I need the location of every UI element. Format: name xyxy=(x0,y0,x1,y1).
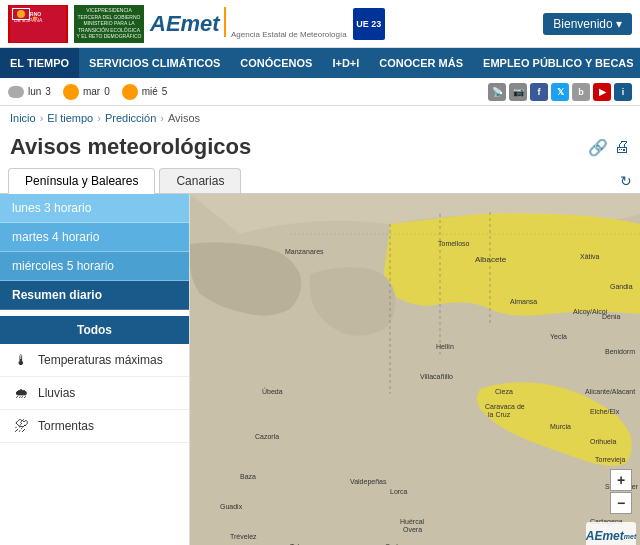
blog-icon[interactable]: b xyxy=(572,83,590,101)
sun-icon-2 xyxy=(122,84,138,100)
svg-text:Caravaca de: Caravaca de xyxy=(485,403,525,410)
breadcrumb-inicio[interactable]: Inicio xyxy=(10,112,36,124)
nav-servicios-climaticos[interactable]: SERVICIOS CLIMÁTICOS xyxy=(79,48,230,78)
svg-text:Alicante/Alacant: Alicante/Alacant xyxy=(585,388,635,395)
aemet-logo: AEmet Agencia Estatal de Meteorología xyxy=(150,7,347,40)
navbar: EL TIEMPO SERVICIOS CLIMÁTICOS CONÓCENOS… xyxy=(0,48,640,78)
map-controls: + − xyxy=(610,469,632,514)
svg-text:Overa: Overa xyxy=(403,526,422,533)
storm-icon: ⛈ xyxy=(12,417,30,435)
zoom-in-button[interactable]: + xyxy=(610,469,632,491)
page-title: Avisos meteorológicos xyxy=(10,134,251,160)
nav-conocenos[interactable]: CONÓCENOS xyxy=(230,48,322,78)
watermark-sub: met xyxy=(624,533,636,540)
svg-text:Úbeda: Úbeda xyxy=(262,387,283,395)
svg-text:Valdepeñas: Valdepeñas xyxy=(350,478,387,486)
twitter-icon[interactable]: 𝕏 xyxy=(551,83,569,101)
svg-text:Baza: Baza xyxy=(240,473,256,480)
weather-day-lun: lun 3 xyxy=(8,86,51,98)
sidebar-filter-lluvias[interactable]: 🌧 Lluvias xyxy=(0,377,189,410)
nav-idi[interactable]: I+D+I xyxy=(322,48,369,78)
cloud-icon xyxy=(8,86,24,98)
svg-text:Torrevieja: Torrevieja xyxy=(595,456,625,464)
svg-text:Albacete: Albacete xyxy=(475,255,507,264)
svg-text:Benidorm: Benidorm xyxy=(605,348,635,355)
tab-canarias[interactable]: Canarias xyxy=(159,168,241,193)
svg-text:Elche/Elx: Elche/Elx xyxy=(590,408,620,415)
sidebar-filter-all[interactable]: Todos xyxy=(0,316,189,344)
filter-tormentas-label: Tormentas xyxy=(38,419,94,433)
info-icon[interactable]: i xyxy=(614,83,632,101)
svg-point-6 xyxy=(17,10,25,18)
day-lun-label: lun xyxy=(28,86,41,97)
breadcrumb-el-tiempo[interactable]: El tiempo xyxy=(47,112,93,124)
breadcrumb: Inicio › El tiempo › Predicción › Avisos xyxy=(0,106,640,130)
sidebar-lunes[interactable]: lunes 3 horario xyxy=(0,194,189,223)
svg-text:Tomelloso: Tomelloso xyxy=(438,240,470,247)
day-mar-label: mar xyxy=(83,86,100,97)
thermometer-icon: 🌡 xyxy=(12,351,30,369)
weather-day-mie: mié 5 xyxy=(122,84,168,100)
facebook-icon[interactable]: f xyxy=(530,83,548,101)
svg-text:Yecla: Yecla xyxy=(550,333,567,340)
svg-text:Orihuela: Orihuela xyxy=(590,438,617,445)
svg-text:Alcoy/Alcoi: Alcoy/Alcoi xyxy=(573,308,608,316)
camera-icon[interactable]: 📷 xyxy=(509,83,527,101)
svg-text:Cazorla: Cazorla xyxy=(255,433,279,440)
aemet-subtitle: Agencia Estatal de Meteorología xyxy=(231,30,347,39)
svg-text:Xàtiva: Xàtiva xyxy=(580,253,600,260)
zoom-out-button[interactable]: − xyxy=(610,492,632,514)
tab-peninsula[interactable]: Península y Baleares xyxy=(8,168,155,194)
refresh-icon[interactable]: ↻ xyxy=(620,173,632,189)
weather-day-mar: mar 0 xyxy=(63,84,110,100)
ue-logo: UE 23 xyxy=(353,8,385,40)
watermark-text: AEmet xyxy=(586,529,624,543)
filter-lluvias-label: Lluvias xyxy=(38,386,75,400)
breadcrumb-current: Avisos xyxy=(168,112,200,124)
map-svg: Albacete Manzanares Tomelloso Xàtiva Gan… xyxy=(190,194,640,545)
day-lun-temp: 3 xyxy=(45,86,51,97)
social-icons: 📡 📷 f 𝕏 b ▶ i xyxy=(488,83,632,101)
svg-text:la Cruz: la Cruz xyxy=(488,411,511,418)
weather-bar: lun 3 mar 0 mié 5 📡 📷 f 𝕏 b ▶ i xyxy=(0,78,640,106)
svg-text:Trévelez: Trévelez xyxy=(230,533,257,540)
tab-bar: Península y Baleares Canarias ↻ xyxy=(0,168,640,194)
bienvenido-button[interactable]: Bienvenido ▾ xyxy=(543,13,632,35)
main-content: lunes 3 horario martes 4 horario miércol… xyxy=(0,194,640,545)
rain-icon: 🌧 xyxy=(12,384,30,402)
svg-text:Hellín: Hellín xyxy=(436,343,454,350)
day-mie-temp: 5 xyxy=(162,86,168,97)
nav-empleo[interactable]: EMPLEO PÚBLICO Y BECAS xyxy=(473,48,640,78)
gov-logo: GOBIERNO DE ESPAÑA ★ xyxy=(8,5,68,43)
sidebar-filter-temps[interactable]: 🌡 Temperaturas máximas xyxy=(0,344,189,377)
svg-text:Villacañillo: Villacañillo xyxy=(420,373,453,380)
breadcrumb-prediccion[interactable]: Predicción xyxy=(105,112,156,124)
ministerio-text: VICEPRESIDENCIA TERCERA DEL GOBIERNO MIN… xyxy=(76,7,142,40)
sidebar-miercoles[interactable]: miércoles 5 horario xyxy=(0,252,189,281)
page-actions: 🔗 🖨 xyxy=(588,138,630,157)
youtube-icon[interactable]: ▶ xyxy=(593,83,611,101)
print-icon[interactable]: 🖨 xyxy=(614,138,630,156)
nav-conocer-mas[interactable]: CONOCER MÁS xyxy=(369,48,473,78)
svg-text:Almansa: Almansa xyxy=(510,298,537,305)
nav-el-tiempo[interactable]: EL TIEMPO xyxy=(0,48,79,78)
aemet-watermark: AEmet met xyxy=(586,522,636,545)
svg-text:Cieza: Cieza xyxy=(495,388,513,395)
ministerio-logo: VICEPRESIDENCIA TERCERA DEL GOBIERNO MIN… xyxy=(74,5,144,43)
day-mie-label: mié xyxy=(142,86,158,97)
aemet-brand: AEmet xyxy=(150,11,220,37)
link-icon[interactable]: 🔗 xyxy=(588,138,608,157)
sun-icon xyxy=(63,84,79,100)
header: GOBIERNO DE ESPAÑA ★ VICEPRESIDENCIA TER… xyxy=(0,0,640,48)
sidebar-filter-tormentas[interactable]: ⛈ Tormentas xyxy=(0,410,189,443)
sidebar-martes[interactable]: martes 4 horario xyxy=(0,223,189,252)
svg-text:Manzanares: Manzanares xyxy=(285,248,324,255)
sidebar-resumen[interactable]: Resumen diario xyxy=(0,281,189,310)
map-area[interactable]: Albacete Manzanares Tomelloso Xàtiva Gan… xyxy=(190,194,640,545)
svg-text:Gandia: Gandia xyxy=(610,283,633,290)
svg-text:Huércal: Huércal xyxy=(400,518,425,525)
svg-text:Murcia: Murcia xyxy=(550,423,571,430)
rss-icon[interactable]: 📡 xyxy=(488,83,506,101)
filter-temps-label: Temperaturas máximas xyxy=(38,353,163,367)
svg-text:Lorca: Lorca xyxy=(390,488,408,495)
